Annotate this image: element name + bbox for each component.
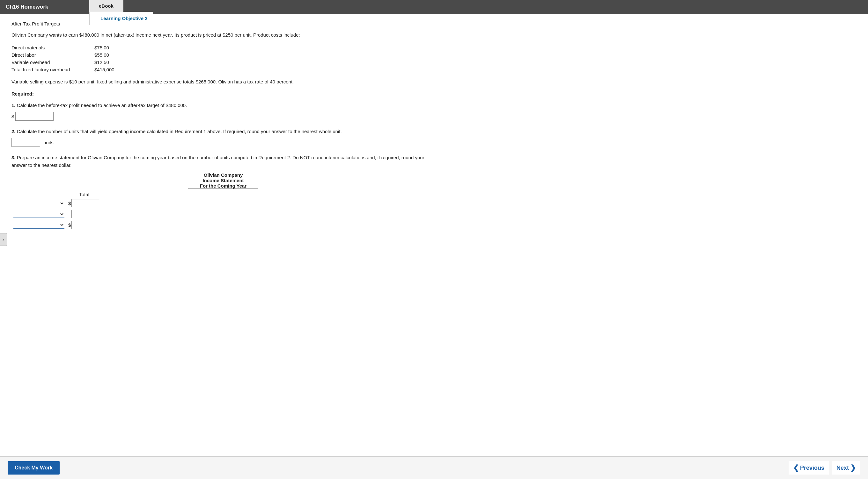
cost-value: $55.00	[94, 51, 127, 59]
is-input-2[interactable]	[71, 210, 100, 218]
cost-table-row: Total fixed factory overhead$415,000	[11, 66, 127, 73]
is-table: Total Sales Variable Costs Contribution …	[11, 191, 102, 230]
cost-value: $415,000	[94, 66, 127, 73]
ebook-dropdown-menu: Learning Objective 2	[89, 12, 153, 25]
question-1-text: 1. Calculate the before-tax profit neede…	[11, 102, 435, 109]
section-title: After-Tax Profit Targets	[11, 21, 435, 27]
question-1-dollar-sign: $	[11, 114, 14, 119]
is-select-3[interactable]: Sales Variable Costs Contribution Margin…	[13, 221, 64, 229]
ebook-tab[interactable]: eBook	[89, 0, 123, 12]
question-1-block: 1. Calculate the before-tax profit neede…	[11, 102, 435, 121]
question-1-input-row: $	[11, 112, 435, 121]
is-row-2: Sales Variable Costs Contribution Margin…	[11, 209, 102, 219]
is-row-3-dollar: $	[68, 222, 71, 228]
income-statement: Olivian Company Income Statement For the…	[11, 172, 435, 230]
question-1-input[interactable]	[15, 112, 54, 121]
question-3-body: Prepare an income statement for Olivian …	[11, 155, 425, 168]
ebook-link-learning-objective-2[interactable]: Learning Objective 2	[100, 15, 148, 21]
question-1-body: Calculate the before-tax profit needed t…	[17, 103, 187, 108]
question-3-text: 3. Prepare an income statement for Olivi…	[11, 154, 435, 169]
variable-expense-text: Variable selling expense is $10 per unit…	[11, 78, 435, 86]
is-input-1[interactable]	[71, 199, 100, 207]
is-period: For the Coming Year	[188, 183, 258, 189]
page-header: Ch16 Homework eBook Learning Objective 2	[0, 0, 868, 14]
question-3-number: 3.	[11, 155, 16, 160]
main-content: After-Tax Profit Targets Olivian Company…	[0, 14, 446, 275]
problem-text: Olivian Company wants to earn $480,000 i…	[11, 32, 435, 39]
cost-label: Direct labor	[11, 51, 94, 59]
question-2-units-label: units	[43, 140, 54, 145]
question-3-block: 3. Prepare an income statement for Olivi…	[11, 154, 435, 230]
question-2-input-row: units	[11, 138, 435, 147]
question-2-number: 2.	[11, 129, 16, 134]
cost-label: Direct materials	[11, 44, 94, 51]
is-company-name: Olivian Company	[11, 172, 435, 178]
cost-label: Total fixed factory overhead	[11, 66, 94, 73]
header-title: Ch16 Homework	[6, 4, 48, 10]
is-input-3[interactable]	[71, 221, 100, 229]
is-row-3: Sales Variable Costs Contribution Margin…	[11, 219, 102, 230]
income-statement-header: Olivian Company Income Statement For the…	[11, 172, 435, 189]
is-select-2[interactable]: Sales Variable Costs Contribution Margin…	[13, 210, 64, 218]
cost-label: Variable overhead	[11, 59, 94, 66]
cost-table-row: Direct materials$75.00	[11, 44, 127, 51]
question-2-block: 2. Calculate the number of units that wi…	[11, 128, 435, 147]
is-row-1-dollar: $	[68, 201, 71, 206]
is-row-1: Sales Variable Costs Contribution Margin…	[11, 198, 102, 209]
ebook-dropdown-wrapper: eBook Learning Objective 2	[89, 0, 123, 12]
is-col-total: Total	[66, 191, 102, 198]
cost-table-row: Direct labor$55.00	[11, 51, 127, 59]
is-statement-name: Income Statement	[11, 178, 435, 183]
scroll-arrow[interactable]: ›	[0, 233, 7, 246]
cost-value: $12.50	[94, 59, 127, 66]
required-label: Required:	[11, 91, 435, 97]
question-2-text: 2. Calculate the number of units that wi…	[11, 128, 435, 135]
question-2-body: Calculate the number of units that will …	[17, 129, 342, 134]
question-1-number: 1.	[11, 103, 16, 108]
cost-value: $75.00	[94, 44, 127, 51]
is-select-1[interactable]: Sales Variable Costs Contribution Margin…	[13, 199, 64, 207]
question-2-input[interactable]	[11, 138, 40, 147]
cost-table-row: Variable overhead$12.50	[11, 59, 127, 66]
cost-table: Direct materials$75.00Direct labor$55.00…	[11, 44, 127, 73]
